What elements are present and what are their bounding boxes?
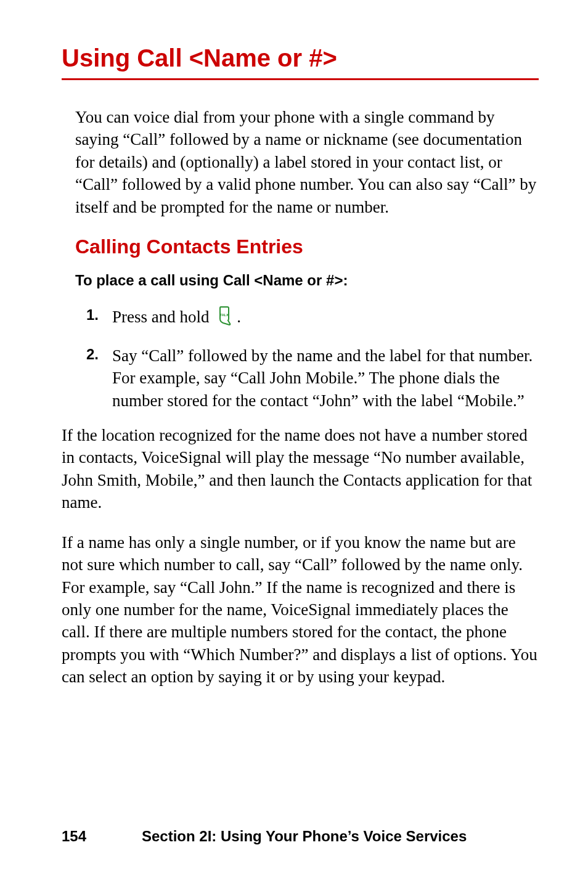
step-2: 2. Say “Call” followed by the name and t… <box>86 345 539 412</box>
section-label: Section 2I: Using Your Phone’s Voice Ser… <box>142 828 539 845</box>
instruction-text: To place a call using Call <Name or #>: <box>75 272 539 289</box>
step-text: Say “Call” followed by the name and the … <box>112 345 539 412</box>
page-number: 154 <box>62 828 142 845</box>
step-number: 2. <box>86 345 112 412</box>
step-text: Press and hold TALK. <box>112 305 539 332</box>
intro-paragraph: You can voice dial from your phone with … <box>75 106 539 218</box>
svg-text:TALK: TALK <box>219 313 229 317</box>
step-1: 1. Press and hold TALK. <box>86 305 539 332</box>
page-footer: 154 Section 2I: Using Your Phone’s Voice… <box>62 828 539 845</box>
step-text-before: Press and hold <box>112 308 213 326</box>
paragraph-no-number: If the location recognized for the name … <box>62 424 539 514</box>
step-number: 1. <box>86 305 112 332</box>
subheading-calling-contacts: Calling Contacts Entries <box>75 235 539 258</box>
step-text-after: . <box>237 308 241 326</box>
page-title: Using Call <Name or #> <box>62 44 539 80</box>
talk-key-icon: TALK <box>214 305 235 332</box>
paragraph-single-number: If a name has only a single number, or i… <box>62 531 539 688</box>
